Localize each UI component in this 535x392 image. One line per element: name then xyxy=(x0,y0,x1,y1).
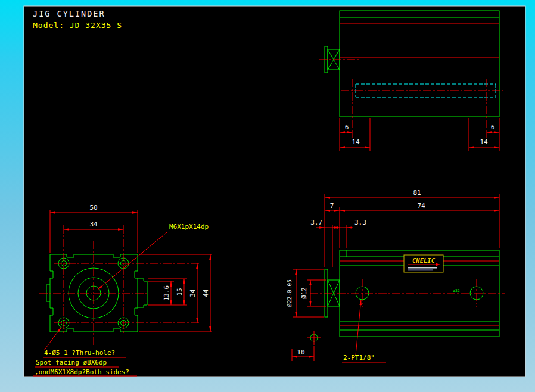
logo-fine-print-bar xyxy=(408,270,433,271)
dim-boss-dia: Ø22-0.05 xyxy=(286,279,293,307)
dim-13-6: 13.6 xyxy=(163,285,170,301)
dim-44: 44 xyxy=(202,289,210,297)
chelic-logo: CHELIC xyxy=(404,255,443,272)
dim-14-left: 14 xyxy=(352,138,360,146)
dim-50: 50 xyxy=(89,204,97,211)
chelic-logo-text: CHELIC xyxy=(412,257,436,264)
bore-label: ø32 xyxy=(453,288,460,293)
dim-34-right: 34 xyxy=(189,289,197,297)
logo-fine-print-bar xyxy=(408,267,437,269)
dim-3-3: 3.3 xyxy=(354,219,366,226)
note-line-1: 4-Ø5 1 ?Thru-hole? xyxy=(44,349,115,357)
dim-6-right: 6 xyxy=(491,123,495,131)
dim-7: 7 xyxy=(330,202,334,210)
dim-15: 15 xyxy=(176,288,183,295)
drawing-canvas[interactable] xyxy=(24,6,525,377)
note-line-2: Spot facing ø8X6dp xyxy=(36,359,107,366)
dim-34-top: 34 xyxy=(89,220,98,228)
dim-74: 74 xyxy=(417,202,425,210)
thread-callout: M6X1pX14dp xyxy=(169,223,209,231)
dim-6-left: 6 xyxy=(345,123,349,131)
dim-10: 10 xyxy=(297,349,304,356)
note-line-3: ,ondM6X1X8dp?Both sides? xyxy=(35,368,129,376)
port-callout: 2-PT1/8" xyxy=(343,354,375,362)
dim-81: 81 xyxy=(413,189,421,197)
cad-viewer-window: JIG CYLINDER Model: JD 32X35-S xyxy=(0,0,535,392)
dim-rod-dia: Ø12 xyxy=(300,287,308,299)
drawing-title: JIG CYLINDER xyxy=(33,9,105,18)
dim-3-7: 3.7 xyxy=(310,219,322,226)
dim-14-right: 14 xyxy=(480,138,488,146)
model-label: Model: JD 32X35-S xyxy=(33,21,122,30)
